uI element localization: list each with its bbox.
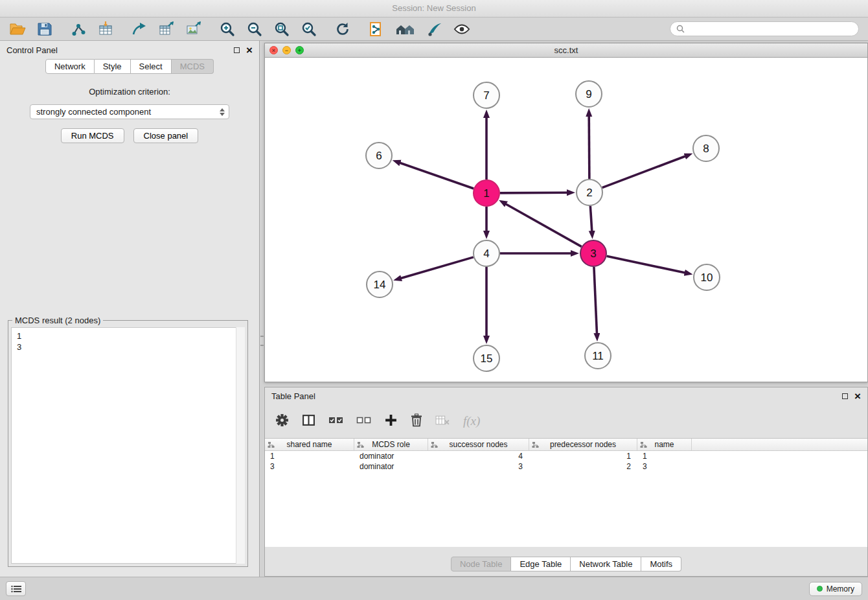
list-icon: [11, 585, 21, 593]
graph-edge-2-3[interactable]: [590, 206, 591, 231]
zoom-in-icon[interactable]: [219, 21, 236, 38]
network-canvas[interactable]: 7968124314101511: [265, 58, 867, 382]
node-table[interactable]: shared nameMCDS rolesuccessor nodesprede…: [265, 438, 867, 547]
panel-splitter[interactable]: [260, 336, 264, 346]
tab-motifs[interactable]: Motifs: [641, 557, 681, 571]
tab-network[interactable]: Network: [45, 59, 95, 74]
graph-node-15[interactable]: 15: [474, 345, 499, 371]
graph-edge-3-1[interactable]: [506, 204, 582, 247]
memory-button[interactable]: Memory: [809, 582, 862, 596]
graph-node-4[interactable]: 4: [474, 240, 499, 266]
select-all-columns-icon[interactable]: [328, 416, 343, 427]
tab-edge-table[interactable]: Edge Table: [511, 557, 571, 571]
graph-edge-3-10[interactable]: [607, 256, 685, 273]
status-bar: Memory: [0, 577, 868, 600]
task-history-button[interactable]: [6, 581, 26, 596]
column-header-shared-name[interactable]: shared name: [265, 439, 354, 450]
search-input[interactable]: [688, 25, 852, 34]
tab-select[interactable]: Select: [131, 59, 172, 74]
zoom-fit-icon[interactable]: [273, 21, 290, 38]
mcds-result-legend: MCDS result (2 nodes): [12, 316, 103, 325]
graph-edge-2-8[interactable]: [602, 156, 686, 188]
delete-column-trash-icon[interactable]: [411, 413, 422, 429]
svg-text:1: 1: [483, 187, 489, 200]
column-header-MCDS-role[interactable]: MCDS role: [354, 439, 428, 450]
apply-style-icon[interactable]: [426, 21, 443, 38]
result-scrollbar[interactable]: [236, 327, 245, 564]
window-close-icon[interactable]: ×: [269, 46, 278, 54]
export-network-icon[interactable]: [131, 21, 148, 38]
table-cell: 3: [637, 462, 692, 471]
graph-node-11[interactable]: 11: [585, 343, 611, 369]
control-panel-tabs: NetworkStyleSelectMCDS: [0, 59, 259, 74]
delete-table-icon: [435, 415, 450, 428]
graph-node-10[interactable]: 10: [694, 264, 720, 290]
table-settings-gear-icon[interactable]: [275, 413, 289, 429]
svg-text:14: 14: [374, 279, 386, 291]
table-panel-tabs: Node TableEdge TableNetwork TableMotifs: [451, 557, 681, 571]
save-session-icon[interactable]: [36, 21, 53, 38]
svg-text:10: 10: [701, 271, 713, 284]
graph-node-1[interactable]: 1: [474, 180, 499, 206]
window-zoom-icon[interactable]: +: [295, 46, 304, 54]
network-graph[interactable]: 7968124314101511: [265, 58, 867, 382]
tab-mcds[interactable]: MCDS: [172, 59, 214, 74]
import-table-icon[interactable]: [97, 21, 114, 38]
float-table-panel-icon[interactable]: [842, 393, 848, 399]
graph-node-9[interactable]: 9: [576, 81, 602, 107]
open-session-icon[interactable]: [9, 21, 26, 38]
optimization-criterion-label: Optimization criterion:: [89, 87, 170, 97]
table-cell: 2: [529, 462, 637, 471]
zoom-out-icon[interactable]: [246, 21, 263, 38]
control-panel: Control Panel × NetworkStyleSelectMCDS O…: [0, 41, 260, 577]
graph-edge-1-6[interactable]: [400, 163, 474, 189]
svg-text:6: 6: [376, 150, 382, 162]
column-type-icon: [532, 441, 539, 448]
memory-label: Memory: [827, 584, 854, 594]
table-cell: 3: [428, 462, 529, 471]
graph-edge-3-11[interactable]: [594, 267, 597, 334]
search-field[interactable]: [670, 21, 859, 36]
add-column-icon[interactable]: [384, 413, 398, 429]
deselect-all-columns-icon[interactable]: [356, 416, 371, 427]
table-row[interactable]: 1dominator411: [265, 451, 867, 461]
table-row[interactable]: 3dominator323: [265, 461, 867, 472]
column-header-successor-nodes[interactable]: successor nodes: [428, 439, 529, 450]
close-panel-icon[interactable]: ×: [246, 45, 253, 56]
zoom-selected-icon[interactable]: [301, 21, 317, 38]
refresh-icon[interactable]: [334, 21, 351, 38]
export-table-icon[interactable]: [158, 21, 175, 38]
table-cell: 4: [428, 452, 529, 461]
graph-node-6[interactable]: 6: [366, 143, 392, 168]
tab-style[interactable]: Style: [95, 59, 131, 74]
show-graphics-icon[interactable]: [453, 21, 470, 38]
graph-edge-2-9[interactable]: [589, 116, 589, 179]
tab-network-table[interactable]: Network Table: [571, 557, 641, 571]
graph-edge-1-2[interactable]: [500, 192, 567, 193]
tab-node-table[interactable]: Node Table: [451, 557, 512, 571]
graph-node-2[interactable]: 2: [577, 179, 602, 205]
import-network-icon[interactable]: [70, 21, 87, 38]
graph-node-7[interactable]: 7: [474, 82, 499, 108]
table-cell: dominator: [354, 462, 428, 471]
export-image-icon[interactable]: [185, 21, 202, 38]
column-header-predecessor-nodes[interactable]: predecessor nodes: [529, 439, 637, 450]
home-icon[interactable]: [395, 21, 416, 38]
window-minimize-icon[interactable]: −: [282, 46, 291, 54]
duplicate-network-icon[interactable]: [368, 21, 385, 38]
close-table-panel-icon[interactable]: ×: [854, 391, 861, 402]
graph-node-14[interactable]: 14: [367, 271, 393, 297]
criterion-select[interactable]: strongly connected component: [30, 104, 229, 119]
function-builder-icon: f(x): [463, 414, 480, 428]
svg-text:7: 7: [483, 89, 489, 102]
graph-edge-4-14[interactable]: [401, 257, 474, 279]
float-panel-icon[interactable]: [234, 47, 240, 53]
show-columns-icon[interactable]: [302, 413, 315, 429]
run-mcds-button[interactable]: Run MCDS: [61, 128, 124, 143]
svg-text:3: 3: [590, 248, 596, 260]
graph-node-8[interactable]: 8: [693, 135, 719, 161]
column-header-name[interactable]: name: [637, 439, 692, 450]
svg-text:15: 15: [481, 352, 493, 365]
close-panel-button[interactable]: Close panel: [133, 128, 199, 143]
graph-node-3[interactable]: 3: [580, 240, 606, 266]
